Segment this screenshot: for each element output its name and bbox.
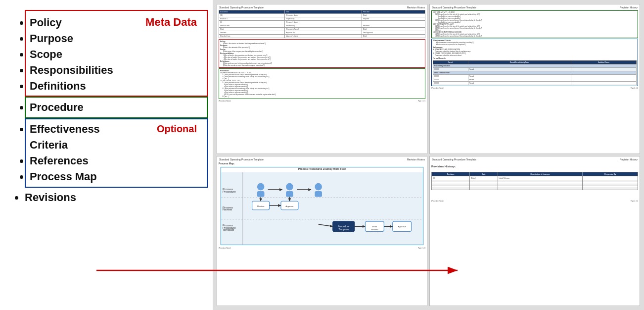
doc-top-right: Standard Operating Procedure Template Re… (429, 4, 640, 154)
doc-top-left: Standard Operating Procedure Template Re… (217, 4, 427, 154)
col-date: Date (470, 172, 498, 176)
revision-table: Revision Date Description of changes Req… (431, 172, 638, 190)
svg-rect-18 (315, 191, 322, 197)
doc-bottom-left-content: Process Map: Process Procedures Journey … (217, 161, 427, 306)
doc-top-right-green: 3.0 [THIRD ACTIVITY – CHECK] 3.1 [Who pe… (431, 10, 638, 38)
svg-text:Template: Template (338, 228, 349, 231)
process-map-heading: Process Map: (219, 162, 425, 165)
revision-history-title: Revision History: (431, 165, 638, 168)
item-definitions: Definitions (30, 78, 201, 94)
svg-text:Review: Review (257, 205, 265, 207)
green-box: Procedure (25, 97, 208, 118)
svg-point-15 (286, 183, 293, 191)
svg-rect-14 (257, 191, 265, 197)
svg-text:Final: Final (372, 225, 377, 228)
table-row (432, 188, 638, 190)
left-panel: Meta Data Policy Purpose Scope Responsib… (0, 0, 213, 310)
doc-top-left-green: Procedure: 1.0 [FIRST PREPARATORY ACTIVI… (219, 68, 425, 99)
svg-text:Review: Review (223, 208, 232, 211)
svg-rect-16 (286, 191, 293, 197)
item-process-map: Process Map (30, 169, 201, 185)
right-panel: Standard Operating Procedure Template Re… (213, 0, 644, 310)
col-requested: Requested By (583, 172, 638, 176)
doc-bottom-left-header: Standard Operating Procedure Template Re… (217, 156, 427, 161)
forms-table: Form # Record/Form/Activity Name Satisfi… (433, 60, 637, 85)
doc-top-right-blue: Effectiveness Criteria: • [What measures… (431, 39, 638, 86)
blue-box: EffectivenessCriteria References Process… (25, 118, 208, 188)
doc-top-left-table: Document #TitlePrint Date [ID][Procedure… (219, 10, 425, 38)
doc-bottom-left: Standard Operating Procedure Template Re… (217, 156, 427, 306)
optional-label: Optional (157, 123, 197, 135)
red-box: Meta Data Policy Purpose Scope Responsib… (25, 10, 208, 97)
svg-text:Review: Review (371, 228, 378, 231)
col-description: Description of changes (498, 172, 583, 176)
svg-point-17 (315, 183, 322, 191)
item-procedure: Procedure (30, 100, 201, 115)
meta-data-label: Meta Data (145, 16, 197, 29)
doc-bottom-right: Standard Operating Procedure Template Re… (429, 156, 640, 306)
doc-top-left-content: Document #TitlePrint Date [ID][Procedure… (217, 9, 427, 154)
svg-point-13 (257, 183, 265, 191)
svg-text:Procedure: Procedure (223, 190, 236, 193)
item-revisions: Revisions (25, 190, 208, 206)
item-responsibilities: Responsibilities (30, 62, 201, 78)
doc-top-left-red: Policy: [What is the mission or standard… (219, 39, 425, 68)
doc-top-left-header: Standard Operating Procedure Template Re… (217, 4, 427, 9)
doc-top-right-content: 3.0 [THIRD ACTIVITY – CHECK] 3.1 [Who pe… (430, 9, 640, 154)
table-row: 0.0 [Date] Initial Release (432, 176, 638, 180)
svg-text:Approve: Approve (398, 225, 407, 228)
col-revision: Revision (432, 172, 470, 176)
doc-top-right-header: Standard Operating Procedure Template Re… (430, 4, 640, 9)
process-flow-title: Process Procedures Journey Work Flow (298, 167, 346, 170)
doc-bottom-right-header: Standard Operating Procedure Template Re… (430, 156, 640, 161)
doc-bottom-right-content: Revision History: Revision Date Descript… (430, 161, 640, 306)
svg-rect-2 (221, 172, 423, 245)
item-references: References (30, 153, 201, 169)
bullet-list: Meta Data Policy Purpose Scope Responsib… (10, 10, 208, 206)
svg-text:Template: Template (223, 228, 234, 231)
item-scope: Scope (30, 47, 201, 62)
svg-text:Approve: Approve (285, 205, 294, 207)
item-purpose: Purpose (30, 31, 201, 47)
process-flow-svg: Process Procedure Process Review Process… (221, 172, 423, 245)
process-map-box: Process Procedures Journey Work Flow Pro… (221, 167, 423, 245)
